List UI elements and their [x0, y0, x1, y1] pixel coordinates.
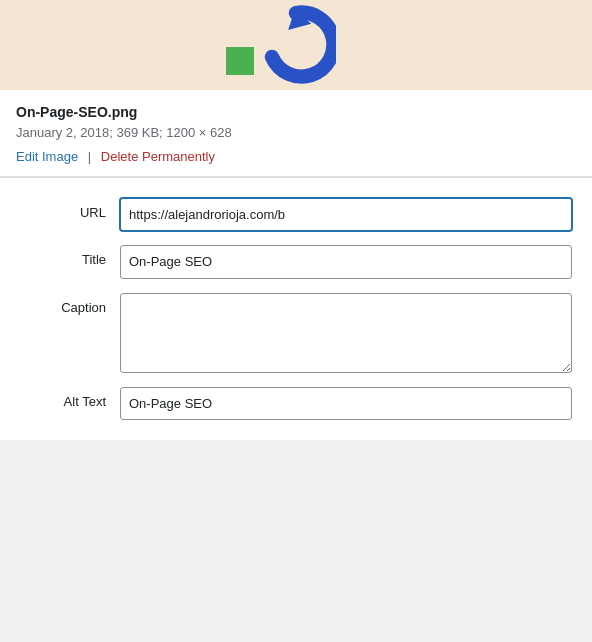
caption-label: Caption [20, 293, 120, 315]
file-metadata: January 2, 2018; 369 KB; 1200 × 628 [16, 123, 576, 143]
title-field-row: Title [20, 245, 572, 279]
caption-textarea[interactable] [120, 293, 572, 373]
edit-image-link[interactable]: Edit Image [16, 149, 78, 164]
action-separator: | [88, 149, 91, 164]
delete-permanently-link[interactable]: Delete Permanently [101, 149, 215, 164]
blue-arrow-circle [256, 5, 336, 85]
url-label: URL [20, 198, 120, 220]
url-field-row: URL [20, 198, 572, 232]
title-input[interactable] [120, 245, 572, 279]
green-square-decoration [226, 47, 254, 75]
attachment-details-panel: On-Page-SEO.png January 2, 2018; 369 KB;… [0, 0, 592, 440]
caption-field-row: Caption [20, 293, 572, 373]
url-input[interactable] [120, 198, 572, 232]
file-name: On-Page-SEO.png [16, 104, 576, 120]
file-meta-section: On-Page-SEO.png January 2, 2018; 369 KB;… [0, 90, 592, 177]
file-actions: Edit Image | Delete Permanently [16, 149, 576, 164]
fields-section: URL Title Caption Alt Text [0, 178, 592, 441]
alt-text-input[interactable] [120, 387, 572, 421]
image-preview [0, 0, 592, 90]
preview-image-graphic [256, 5, 336, 85]
alt-text-field-row: Alt Text [20, 387, 572, 421]
title-label: Title [20, 245, 120, 267]
alt-text-label: Alt Text [20, 387, 120, 409]
